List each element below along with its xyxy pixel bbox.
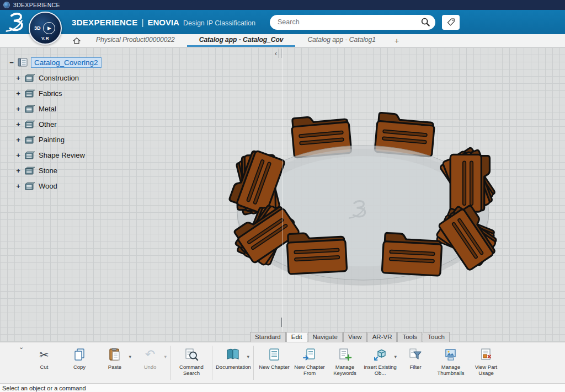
ribbon-tab-touch[interactable]: Touch bbox=[423, 332, 450, 342]
tab-catalog-app-catalog1[interactable]: Catalog app - Catalog1 bbox=[295, 34, 387, 47]
brand-3dexperience: 3DEXPERIENCE bbox=[72, 18, 137, 27]
toolbar-item-label: Manage Thumbnails bbox=[434, 364, 468, 377]
viewport-3d[interactable]: − Catalog_Covering2 + Construction + Fab… bbox=[0, 47, 565, 342]
insert-existing-object-cube-icon bbox=[373, 346, 387, 363]
toolbar-item-new-chapter[interactable]: New Chapter bbox=[257, 342, 292, 383]
scissors-icon: ✂ bbox=[39, 346, 49, 363]
tree-item-wood[interactable]: + Wood bbox=[9, 178, 102, 194]
toolbar-item-label: New Chapter From bbox=[292, 364, 327, 377]
brand-app-description: Design IP Classification bbox=[183, 19, 255, 27]
filter-funnel-icon bbox=[408, 346, 423, 363]
chapter-icon bbox=[24, 182, 35, 190]
compass-vr-label[interactable]: V.R bbox=[41, 36, 49, 41]
dropdown-arrow-icon[interactable]: ▾ bbox=[394, 354, 397, 359]
status-bar: Select an object or a command bbox=[0, 383, 565, 392]
global-search[interactable] bbox=[270, 15, 435, 30]
folder-object[interactable] bbox=[286, 231, 347, 274]
compass-widget[interactable]: 3D ▶ V.R bbox=[29, 12, 62, 45]
toolbar-item-documentation[interactable]: Documentation ▾ bbox=[215, 342, 250, 383]
toolbar-item-paste[interactable]: Paste ▾ bbox=[97, 342, 132, 383]
tree-item-label: Painting bbox=[39, 136, 65, 144]
toolbar-separator bbox=[170, 346, 171, 380]
home-button[interactable] bbox=[70, 34, 84, 47]
toolbar-item-view-part-usage[interactable]: View Part Usage bbox=[468, 342, 504, 383]
chapter-icon bbox=[24, 74, 35, 82]
tree-item-label: Other bbox=[39, 120, 57, 128]
expand-expander[interactable]: + bbox=[15, 74, 21, 82]
collapse-expander[interactable]: − bbox=[9, 59, 14, 66]
new-chapter-from-icon bbox=[302, 346, 317, 363]
tree-item-label: Metal bbox=[39, 105, 56, 113]
chapter-icon bbox=[24, 151, 35, 159]
document-tabbar: Physical Product00000022 Catalog app - C… bbox=[0, 34, 565, 47]
ribbon-tab-tools[interactable]: Tools bbox=[397, 332, 422, 342]
search-icon[interactable] bbox=[420, 17, 431, 28]
toolbar-collapse-icon[interactable]: ⌄ bbox=[19, 343, 24, 351]
tree-item-metal[interactable]: + Metal bbox=[9, 101, 102, 116]
new-tab-button[interactable]: + bbox=[388, 34, 406, 47]
chapter-icon bbox=[24, 120, 35, 128]
expand-expander[interactable]: + bbox=[15, 182, 21, 190]
catalog-root-icon bbox=[18, 58, 28, 67]
ribbon-tab-standard[interactable]: Standard bbox=[250, 332, 286, 342]
ribbon-tabstrip: Standard Edit Navigate View AR-VR Tools … bbox=[250, 332, 450, 342]
ribbon-tab-ar-vr[interactable]: AR-VR bbox=[367, 332, 397, 342]
search-input[interactable] bbox=[278, 18, 420, 26]
panel-splitter-top[interactable]: ‹ bbox=[275, 49, 281, 58]
toolbar-item-label: Insert Existing Ob... bbox=[363, 364, 397, 377]
splitter-grip-icon bbox=[281, 318, 282, 327]
toolbar-item-undo[interactable]: ↶ Undo ▾ bbox=[132, 342, 168, 383]
expand-expander[interactable]: + bbox=[15, 105, 21, 112]
dropdown-arrow-icon[interactable]: ▾ bbox=[247, 354, 249, 359]
toolbar-item-label: Filter bbox=[409, 364, 421, 370]
expand-expander[interactable]: + bbox=[15, 136, 21, 143]
toolbar-item-copy[interactable]: Copy bbox=[62, 342, 97, 383]
tag-button[interactable] bbox=[442, 15, 460, 30]
dropdown-arrow-icon[interactable]: ▾ bbox=[129, 354, 131, 359]
tree-root-label[interactable]: Catalog_Covering2 bbox=[31, 57, 102, 68]
tree-root-row[interactable]: − Catalog_Covering2 bbox=[9, 55, 102, 70]
toolbar-item-label: Cut bbox=[40, 364, 49, 370]
panel-splitter-bottom[interactable] bbox=[281, 318, 282, 327]
toolbar-item-label: Copy bbox=[73, 364, 86, 370]
tree-item-stone[interactable]: + Stone bbox=[9, 163, 102, 178]
dropdown-arrow-icon[interactable]: ▾ bbox=[164, 354, 167, 359]
toolbar-item-label: Manage Keywords bbox=[328, 364, 362, 377]
chapter-icon bbox=[24, 89, 35, 98]
tree-item-painting[interactable]: + Painting bbox=[9, 132, 102, 147]
paste-icon bbox=[108, 346, 122, 363]
tab-label: Catalog app - Catalog_Cov bbox=[199, 36, 284, 44]
brand-text: 3DEXPERIENCE | ENOVIA Design IP Classifi… bbox=[72, 18, 255, 27]
tree-item-label: Wood bbox=[39, 182, 57, 190]
tree-item-other[interactable]: + Other bbox=[9, 116, 102, 132]
toolbar-item-manage-thumbnails[interactable]: Manage Thumbnails bbox=[433, 342, 468, 383]
chapter-icon bbox=[24, 167, 35, 175]
tree-item-label: Stone bbox=[39, 167, 57, 175]
window-title: 3DEXPERIENCE bbox=[13, 2, 60, 8]
expand-expander[interactable]: + bbox=[15, 152, 21, 159]
app-header: 3DEXPERIENCE | ENOVIA Design IP Classifi… bbox=[0, 10, 565, 34]
toolbar-item-cut[interactable]: ✂ Cut bbox=[26, 342, 62, 383]
expand-expander[interactable]: + bbox=[15, 90, 21, 97]
toolbar-separator bbox=[253, 346, 254, 380]
toolbar-item-command-search[interactable]: Command Search bbox=[174, 342, 209, 383]
toolbar-item-insert-existing-object[interactable]: Insert Existing Ob... ▾ bbox=[363, 342, 398, 383]
toolbar-item-new-chapter-from[interactable]: New Chapter From bbox=[292, 342, 327, 383]
toolbar-item-label: Paste bbox=[108, 364, 121, 370]
compass-3d-label[interactable]: 3D bbox=[34, 25, 41, 31]
brand-divider: | bbox=[141, 18, 143, 27]
tree-item-fabrics[interactable]: + Fabrics bbox=[9, 85, 102, 101]
ribbon-tab-view[interactable]: View bbox=[343, 332, 367, 342]
toolbar-item-filter[interactable]: Filter bbox=[398, 342, 433, 383]
expand-expander[interactable]: + bbox=[15, 121, 21, 128]
ribbon-tab-edit[interactable]: Edit bbox=[286, 332, 307, 342]
tree-item-shape-review[interactable]: + Shape Review bbox=[9, 147, 102, 163]
expand-expander[interactable]: + bbox=[15, 167, 21, 174]
toolbar-item-manage-keywords[interactable]: Manage Keywords bbox=[327, 342, 363, 383]
compass-play-button[interactable]: ▶ bbox=[43, 22, 55, 34]
tree-item-construction[interactable]: + Construction bbox=[9, 70, 102, 85]
ribbon-tab-navigate[interactable]: Navigate bbox=[308, 332, 343, 342]
tree-item-label: Shape Review bbox=[39, 151, 85, 159]
tab-physical-product00000022[interactable]: Physical Product00000022 bbox=[84, 34, 187, 47]
tab-catalog-app-catalog-cov[interactable]: Catalog app - Catalog_Cov bbox=[187, 34, 296, 47]
